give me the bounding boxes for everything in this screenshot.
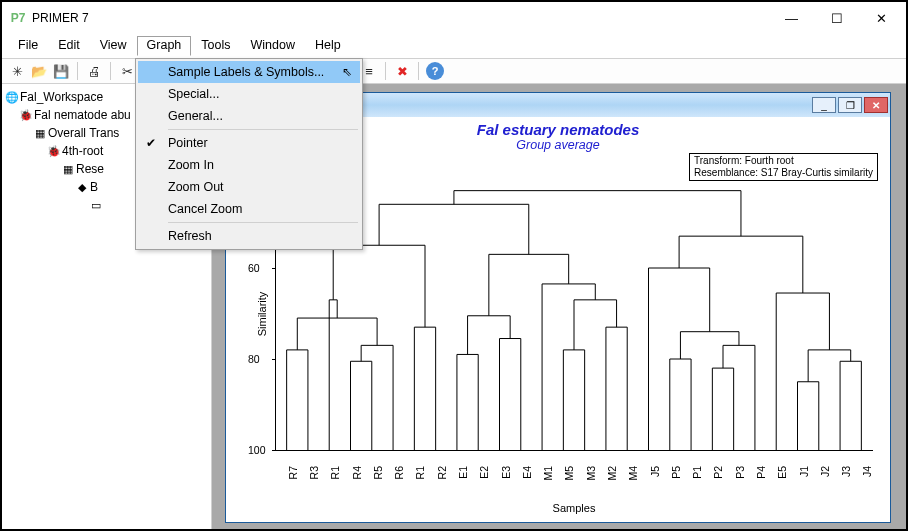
x-sample-label: P1 — [691, 466, 703, 498]
y-axis-label: Similarity — [256, 291, 268, 336]
menu-window[interactable]: Window — [241, 36, 305, 56]
delete-icon[interactable]: ✖ — [393, 62, 411, 80]
menu-item-sample-labels-symbols[interactable]: Sample Labels & Symbols...⇖ — [138, 61, 360, 83]
menu-item-cancel-zoom[interactable]: Cancel Zoom — [138, 198, 360, 220]
x-sample-label: R4 — [351, 466, 363, 498]
cursor-icon: ⇖ — [342, 65, 352, 79]
help-icon[interactable]: ? — [426, 62, 444, 80]
menu-item-special[interactable]: Special... — [138, 83, 360, 105]
menu-item-zoom-out[interactable]: Zoom Out — [138, 176, 360, 198]
y-tick-label: 80 — [248, 353, 260, 365]
close-button[interactable]: ✕ — [859, 4, 904, 32]
tree-node-label: Fal_Workspace — [20, 90, 103, 104]
x-sample-label: E1 — [457, 466, 469, 498]
x-sample-label: J2 — [819, 466, 831, 498]
menu-item-zoom-in[interactable]: Zoom In — [138, 154, 360, 176]
menu-item-refresh[interactable]: Refresh — [138, 225, 360, 247]
sparkle-icon[interactable]: ✳ — [8, 62, 26, 80]
menu-item-general[interactable]: General... — [138, 105, 360, 127]
y-tick-label: 60 — [248, 262, 260, 274]
x-sample-label: E5 — [776, 466, 788, 498]
x-sample-label: R1 — [329, 466, 341, 498]
menu-item-pointer[interactable]: ✔Pointer — [138, 132, 360, 154]
x-sample-label: E2 — [478, 466, 490, 498]
chart-max-button[interactable]: ❐ — [838, 97, 862, 113]
x-sample-label: R7 — [287, 466, 299, 498]
plot-area: Similarity Samples 6080100R7R3R1R4R5R6R1… — [276, 177, 872, 450]
x-sample-label: P2 — [712, 466, 724, 498]
x-sample-label: R5 — [372, 466, 384, 498]
x-sample-label: M3 — [585, 466, 597, 498]
y-tick-label: 100 — [248, 444, 266, 456]
x-axis-label: Samples — [553, 502, 596, 514]
tree-node-icon: 🌐 — [4, 91, 20, 104]
tree-node-label: Fal nematode abu — [34, 108, 131, 122]
tree-node-label: B — [90, 180, 98, 194]
x-sample-label: J5 — [649, 466, 661, 498]
x-sample-label: J1 — [798, 466, 810, 498]
x-sample-label: R1 — [414, 466, 426, 498]
chart-close-button[interactable]: ✕ — [864, 97, 888, 113]
x-sample-label: M2 — [606, 466, 618, 498]
x-sample-label: P5 — [670, 466, 682, 498]
x-sample-label: M4 — [627, 466, 639, 498]
x-sample-label: R2 — [436, 466, 448, 498]
cut-icon[interactable]: ✂ — [118, 62, 136, 80]
x-sample-label: E4 — [521, 466, 533, 498]
menu-edit[interactable]: Edit — [48, 36, 90, 56]
menu-graph[interactable]: Graph — [137, 36, 192, 56]
window-controls: — ☐ ✕ — [769, 4, 904, 32]
print-icon[interactable]: 🖨 — [85, 62, 103, 80]
menu-bar: FileEditViewGraphToolsWindowHelp — [2, 34, 906, 58]
menu-help[interactable]: Help — [305, 36, 351, 56]
title-bar: P7 PRIMER 7 — ☐ ✕ — [2, 2, 906, 34]
x-sample-label: E3 — [500, 466, 512, 498]
x-sample-label: R3 — [308, 466, 320, 498]
tree-node-icon: 🐞 — [18, 109, 34, 122]
folder-open-icon[interactable]: 📂 — [30, 62, 48, 80]
tree-node-icon: 🐞 — [46, 145, 62, 158]
app-title: PRIMER 7 — [32, 11, 769, 25]
tree-node-icon: ▦ — [60, 163, 76, 176]
x-sample-label: M5 — [563, 466, 575, 498]
save-icon[interactable]: 💾 — [52, 62, 70, 80]
tree-node-label: Rese — [76, 162, 104, 176]
app-icon: P7 — [10, 10, 26, 26]
minimize-button[interactable]: — — [769, 4, 814, 32]
tree-node-label: Overall Trans — [48, 126, 119, 140]
x-sample-label: J3 — [840, 466, 852, 498]
x-sample-label: R6 — [393, 466, 405, 498]
menu-view[interactable]: View — [90, 36, 137, 56]
tree-node-icon: ▦ — [32, 127, 48, 140]
tree-node-label: 4th-root — [62, 144, 103, 158]
x-sample-label: P4 — [755, 466, 767, 498]
x-sample-label: J4 — [861, 466, 873, 498]
graph-menu-dropdown: Sample Labels & Symbols...⇖Special...Gen… — [135, 58, 363, 250]
tree-node-icon: ◆ — [74, 181, 90, 194]
maximize-button[interactable]: ☐ — [814, 4, 859, 32]
tree-node-icon: ▭ — [88, 199, 104, 212]
dendrogram-svg — [276, 177, 872, 450]
menu-tools[interactable]: Tools — [191, 36, 240, 56]
x-sample-label: P3 — [734, 466, 746, 498]
x-sample-label: M1 — [542, 466, 554, 498]
app-window: P7 PRIMER 7 — ☐ ✕ FileEditViewGraphTools… — [0, 0, 908, 531]
chart-min-button[interactable]: _ — [812, 97, 836, 113]
menu-file[interactable]: File — [8, 36, 48, 56]
